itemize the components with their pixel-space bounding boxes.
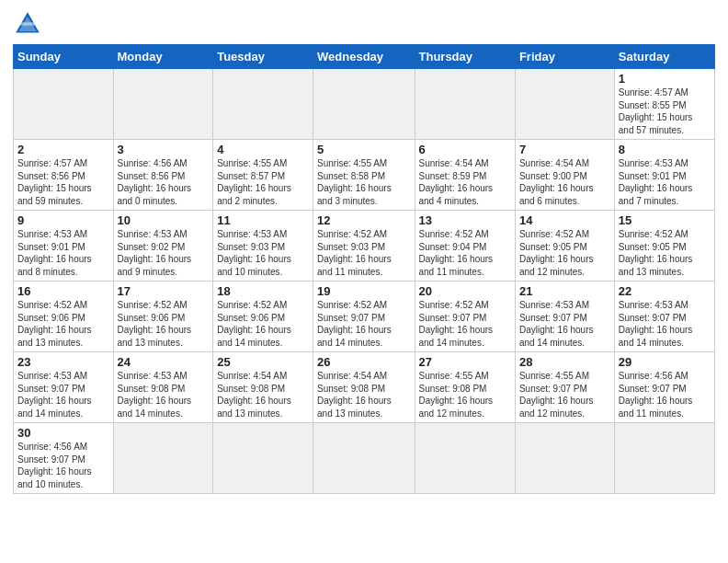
day-info: Sunrise: 4:54 AM Sunset: 9:08 PM Dayligh… — [317, 370, 410, 419]
week-row-5: 30Sunrise: 4:56 AM Sunset: 9:07 PM Dayli… — [14, 423, 715, 494]
day-number: 4 — [217, 143, 309, 156]
weekday-header-row: SundayMondayTuesdayWednesdayThursdayFrid… — [14, 45, 715, 69]
day-number: 28 — [519, 355, 610, 369]
calendar-cell: 18Sunrise: 4:52 AM Sunset: 9:06 PM Dayli… — [213, 282, 313, 352]
calendar-cell: 9Sunrise: 4:53 AM Sunset: 9:01 PM Daylig… — [14, 211, 114, 282]
day-number: 25 — [217, 355, 309, 369]
calendar-body: 1Sunrise: 4:57 AM Sunset: 8:55 PM Daylig… — [14, 69, 715, 494]
day-info: Sunrise: 4:53 AM Sunset: 9:07 PM Dayligh… — [619, 299, 711, 349]
calendar-cell: 13Sunrise: 4:52 AM Sunset: 9:04 PM Dayli… — [415, 211, 515, 282]
day-number: 21 — [519, 284, 610, 298]
weekday-header-tuesday: Tuesday — [213, 45, 313, 69]
weekday-header-sunday: Sunday — [14, 45, 114, 69]
calendar-cell: 6Sunrise: 4:54 AM Sunset: 8:59 PM Daylig… — [415, 140, 515, 211]
calendar-cell — [313, 69, 415, 140]
calendar-cell: 21Sunrise: 4:53 AM Sunset: 9:07 PM Dayli… — [515, 282, 614, 352]
calendar-cell: 24Sunrise: 4:53 AM Sunset: 9:08 PM Dayli… — [113, 352, 213, 423]
calendar-cell: 7Sunrise: 4:54 AM Sunset: 9:00 PM Daylig… — [515, 140, 614, 211]
day-number: 24 — [118, 355, 210, 369]
calendar-cell: 19Sunrise: 4:52 AM Sunset: 9:07 PM Dayli… — [313, 282, 415, 352]
calendar-cell: 14Sunrise: 4:52 AM Sunset: 9:05 PM Dayli… — [515, 211, 614, 282]
day-info: Sunrise: 4:56 AM Sunset: 9:07 PM Dayligh… — [619, 370, 711, 419]
day-info: Sunrise: 4:55 AM Sunset: 8:58 PM Dayligh… — [317, 157, 410, 207]
day-number: 29 — [619, 355, 711, 369]
calendar-cell: 3Sunrise: 4:56 AM Sunset: 8:56 PM Daylig… — [113, 140, 213, 211]
day-info: Sunrise: 4:52 AM Sunset: 9:07 PM Dayligh… — [317, 299, 410, 349]
day-info: Sunrise: 4:54 AM Sunset: 8:59 PM Dayligh… — [419, 157, 511, 207]
calendar-cell — [113, 423, 213, 494]
day-info: Sunrise: 4:52 AM Sunset: 9:04 PM Dayligh… — [419, 228, 511, 278]
week-row-1: 2Sunrise: 4:57 AM Sunset: 8:56 PM Daylig… — [14, 140, 715, 211]
logo-icon — [13, 9, 42, 39]
day-number: 12 — [317, 213, 410, 227]
day-info: Sunrise: 4:53 AM Sunset: 9:03 PM Dayligh… — [217, 228, 309, 278]
day-info: Sunrise: 4:52 AM Sunset: 9:05 PM Dayligh… — [619, 228, 711, 278]
calendar-cell: 23Sunrise: 4:53 AM Sunset: 9:07 PM Dayli… — [14, 352, 114, 423]
day-info: Sunrise: 4:54 AM Sunset: 9:08 PM Dayligh… — [217, 370, 309, 419]
calendar-cell — [14, 69, 114, 140]
day-number: 27 — [419, 355, 511, 369]
weekday-header-wednesday: Wednesday — [313, 45, 415, 69]
day-number: 20 — [419, 284, 511, 298]
calendar-cell: 11Sunrise: 4:53 AM Sunset: 9:03 PM Dayli… — [213, 211, 313, 282]
calendar-cell — [415, 69, 515, 140]
page: SundayMondayTuesdayWednesdayThursdayFrid… — [0, 0, 728, 503]
calendar-cell: 15Sunrise: 4:52 AM Sunset: 9:05 PM Dayli… — [614, 211, 714, 282]
weekday-header-thursday: Thursday — [415, 45, 515, 69]
weekday-header-monday: Monday — [113, 45, 213, 69]
day-number: 6 — [419, 143, 511, 156]
day-number: 14 — [519, 213, 610, 227]
calendar-cell: 20Sunrise: 4:52 AM Sunset: 9:07 PM Dayli… — [415, 282, 515, 352]
day-number: 2 — [17, 143, 109, 156]
week-row-2: 9Sunrise: 4:53 AM Sunset: 9:01 PM Daylig… — [14, 211, 715, 282]
calendar-cell: 26Sunrise: 4:54 AM Sunset: 9:08 PM Dayli… — [313, 352, 415, 423]
day-number: 3 — [118, 143, 210, 156]
calendar-cell: 16Sunrise: 4:52 AM Sunset: 9:06 PM Dayli… — [14, 282, 114, 352]
day-info: Sunrise: 4:52 AM Sunset: 9:07 PM Dayligh… — [419, 299, 511, 349]
week-row-3: 16Sunrise: 4:52 AM Sunset: 9:06 PM Dayli… — [14, 282, 715, 352]
calendar-cell: 5Sunrise: 4:55 AM Sunset: 8:58 PM Daylig… — [313, 140, 415, 211]
calendar-cell: 8Sunrise: 4:53 AM Sunset: 9:01 PM Daylig… — [614, 140, 714, 211]
calendar-cell: 29Sunrise: 4:56 AM Sunset: 9:07 PM Dayli… — [614, 352, 714, 423]
day-info: Sunrise: 4:54 AM Sunset: 9:00 PM Dayligh… — [519, 157, 610, 207]
day-info: Sunrise: 4:57 AM Sunset: 8:55 PM Dayligh… — [619, 86, 711, 136]
day-number: 17 — [118, 284, 210, 298]
calendar: SundayMondayTuesdayWednesdayThursdayFrid… — [13, 44, 715, 494]
calendar-header: SundayMondayTuesdayWednesdayThursdayFrid… — [14, 45, 715, 69]
day-number: 5 — [317, 143, 410, 156]
header — [13, 9, 715, 39]
calendar-cell: 30Sunrise: 4:56 AM Sunset: 9:07 PM Dayli… — [14, 423, 114, 494]
calendar-cell: 2Sunrise: 4:57 AM Sunset: 8:56 PM Daylig… — [14, 140, 114, 211]
logo — [13, 9, 46, 39]
calendar-cell: 22Sunrise: 4:53 AM Sunset: 9:07 PM Dayli… — [614, 282, 714, 352]
day-info: Sunrise: 4:52 AM Sunset: 9:05 PM Dayligh… — [519, 228, 610, 278]
day-info: Sunrise: 4:53 AM Sunset: 9:07 PM Dayligh… — [17, 370, 109, 419]
day-info: Sunrise: 4:52 AM Sunset: 9:06 PM Dayligh… — [17, 299, 109, 349]
week-row-0: 1Sunrise: 4:57 AM Sunset: 8:55 PM Daylig… — [14, 69, 715, 140]
day-number: 13 — [419, 213, 511, 227]
calendar-cell: 1Sunrise: 4:57 AM Sunset: 8:55 PM Daylig… — [614, 69, 714, 140]
day-number: 9 — [17, 213, 109, 227]
calendar-cell — [614, 423, 714, 494]
day-number: 15 — [619, 213, 711, 227]
calendar-cell — [213, 69, 313, 140]
calendar-cell — [415, 423, 515, 494]
day-info: Sunrise: 4:55 AM Sunset: 8:57 PM Dayligh… — [217, 157, 309, 207]
calendar-cell: 25Sunrise: 4:54 AM Sunset: 9:08 PM Dayli… — [213, 352, 313, 423]
day-number: 7 — [519, 143, 610, 156]
calendar-cell — [313, 423, 415, 494]
day-info: Sunrise: 4:57 AM Sunset: 8:56 PM Dayligh… — [17, 157, 109, 207]
day-number: 10 — [118, 213, 210, 227]
weekday-header-saturday: Saturday — [614, 45, 714, 69]
calendar-cell — [113, 69, 213, 140]
day-info: Sunrise: 4:55 AM Sunset: 9:08 PM Dayligh… — [419, 370, 511, 419]
calendar-cell: 28Sunrise: 4:55 AM Sunset: 9:07 PM Dayli… — [515, 352, 614, 423]
day-number: 26 — [317, 355, 410, 369]
day-number: 16 — [17, 284, 109, 298]
calendar-cell: 17Sunrise: 4:52 AM Sunset: 9:06 PM Dayli… — [113, 282, 213, 352]
weekday-header-friday: Friday — [515, 45, 614, 69]
svg-rect-2 — [20, 22, 35, 25]
day-info: Sunrise: 4:52 AM Sunset: 9:06 PM Dayligh… — [118, 299, 210, 349]
day-number: 22 — [619, 284, 711, 298]
day-info: Sunrise: 4:53 AM Sunset: 9:08 PM Dayligh… — [118, 370, 210, 419]
